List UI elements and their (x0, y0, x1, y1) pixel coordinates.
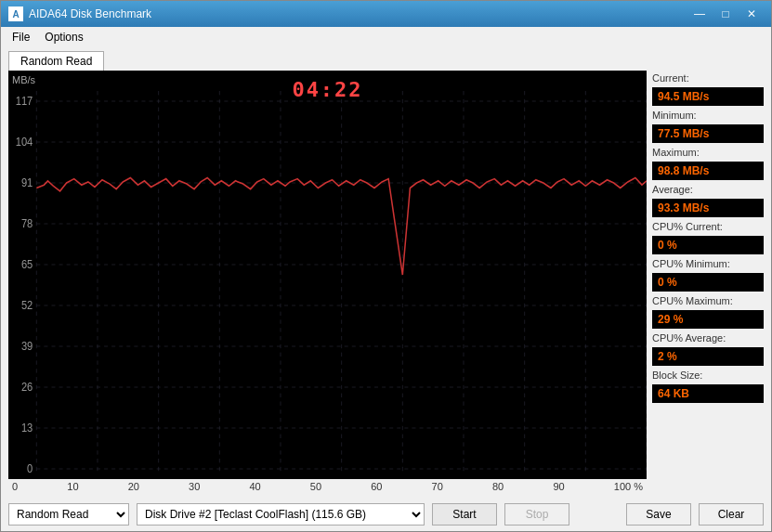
app-icon: A (8, 6, 23, 21)
x-label-30: 30 (189, 481, 200, 492)
svg-text:26: 26 (21, 381, 33, 394)
chart-container: MB/s 04:22 (8, 71, 647, 479)
svg-text:13: 13 (21, 422, 33, 435)
svg-text:91: 91 (21, 176, 33, 189)
svg-text:39: 39 (21, 340, 33, 353)
close-button[interactable]: ✕ (739, 5, 764, 23)
current-label: Current: (652, 72, 764, 84)
save-button[interactable]: Save (626, 503, 691, 526)
current-value: 94.5 MB/s (652, 87, 764, 106)
tab-random-read[interactable]: Random Read (8, 51, 104, 71)
svg-text:117: 117 (16, 95, 33, 108)
maximum-value: 98.8 MB/s (652, 162, 764, 180)
cpu-current-label: CPU% Current: (652, 221, 764, 232)
svg-text:104: 104 (16, 136, 33, 149)
cpu-minimum-label: CPU% Minimum: (652, 258, 764, 269)
minimum-value: 77.5 MB/s (652, 124, 764, 143)
start-button[interactable]: Start (432, 503, 497, 526)
average-value: 93.3 MB/s (652, 199, 764, 217)
minimize-button[interactable]: — (687, 5, 712, 23)
tab-bar: Random Read (1, 47, 771, 71)
bottom-bar: Random Read Disk Drive #2 [Teclast CoolF… (1, 498, 771, 531)
svg-text:0: 0 (27, 462, 33, 475)
maximize-button[interactable]: □ (713, 5, 738, 23)
title-bar: A AIDA64 Disk Benchmark — □ ✕ (1, 1, 771, 27)
window-controls: — □ ✕ (687, 5, 764, 23)
x-label-40: 40 (249, 481, 260, 492)
svg-text:78: 78 (21, 217, 33, 230)
svg-text:65: 65 (21, 258, 33, 271)
window-title: AIDA64 Disk Benchmark (29, 7, 687, 20)
disk-select[interactable]: Disk Drive #2 [Teclast CoolFlash] (115.6… (137, 503, 425, 526)
block-size-label: Block Size: (652, 370, 764, 381)
chart-svg: 117 104 91 78 65 52 39 26 13 0 (8, 71, 647, 479)
mode-select[interactable]: Random Read (8, 503, 129, 526)
cpu-maximum-label: CPU% Maximum: (652, 295, 764, 306)
average-label: Average: (652, 184, 764, 195)
x-axis: 0 10 20 30 40 50 60 70 80 90 100 % (8, 479, 647, 494)
clear-button[interactable]: Clear (699, 503, 764, 526)
stats-panel: Current: 94.5 MB/s Minimum: 77.5 MB/s Ma… (652, 71, 764, 494)
cpu-average-value: 2 % (652, 347, 764, 366)
block-size-value: 64 KB (652, 384, 764, 403)
svg-text:52: 52 (21, 299, 33, 312)
cpu-current-value: 0 % (652, 236, 764, 254)
main-window: A AIDA64 Disk Benchmark — □ ✕ File Optio… (0, 0, 772, 532)
stop-button[interactable]: Stop (504, 503, 569, 526)
cpu-maximum-value: 29 % (652, 310, 764, 329)
main-content: MB/s 04:22 (1, 71, 771, 498)
x-label-100: 100 % (614, 481, 643, 492)
menu-options[interactable]: Options (37, 29, 90, 45)
x-label-0: 0 (12, 481, 18, 492)
x-label-80: 80 (492, 481, 504, 492)
maximum-label: Maximum: (652, 147, 764, 158)
menu-file[interactable]: File (5, 29, 37, 45)
minimum-label: Minimum: (652, 110, 764, 121)
x-label-90: 90 (553, 481, 564, 492)
x-label-50: 50 (310, 481, 321, 492)
cpu-average-label: CPU% Average: (652, 332, 764, 344)
x-label-70: 70 (432, 481, 443, 492)
chart-area: MB/s 04:22 (8, 71, 647, 494)
x-label-60: 60 (371, 481, 382, 492)
x-label-10: 10 (67, 481, 78, 492)
x-label-20: 20 (128, 481, 139, 492)
menu-bar: File Options (1, 27, 771, 47)
cpu-minimum-value: 0 % (652, 273, 764, 292)
